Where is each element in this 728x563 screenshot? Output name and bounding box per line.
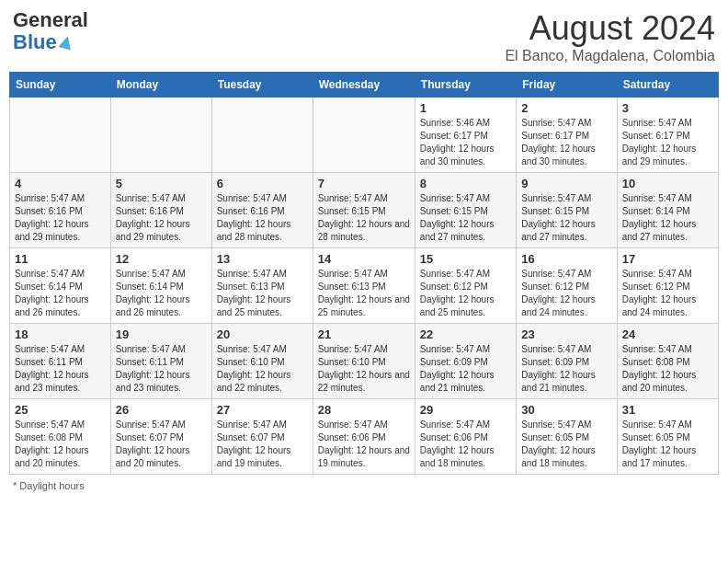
day-number: 16	[521, 252, 611, 266]
day-info: Sunrise: 5:47 AM Sunset: 6:09 PM Dayligh…	[521, 343, 611, 395]
title-area: August 2024 El Banco, Magdalena, Colombi…	[505, 9, 715, 64]
day-info: Sunrise: 5:47 AM Sunset: 6:08 PM Dayligh…	[622, 343, 713, 395]
calendar-table: Sunday Monday Tuesday Wednesday Thursday…	[9, 72, 719, 475]
month-year-title: August 2024	[505, 9, 715, 48]
col-header-tuesday: Tuesday	[211, 73, 313, 98]
header: General Blue August 2024 El Banco, Magda…	[9, 9, 719, 64]
table-row: 7Sunrise: 5:47 AM Sunset: 6:15 PM Daylig…	[313, 173, 415, 248]
logo-blue-text: Blue	[13, 31, 57, 53]
day-info: Sunrise: 5:47 AM Sunset: 6:06 PM Dayligh…	[420, 419, 511, 470]
table-row: 8Sunrise: 5:47 AM Sunset: 6:15 PM Daylig…	[415, 173, 516, 248]
table-row: 14Sunrise: 5:47 AM Sunset: 6:13 PM Dayli…	[313, 248, 415, 324]
day-number: 27	[217, 403, 308, 417]
day-number: 11	[15, 252, 106, 266]
day-number: 31	[622, 403, 713, 417]
logo-triangle-icon	[58, 35, 74, 51]
day-number: 9	[521, 177, 611, 190]
day-info: Sunrise: 5:47 AM Sunset: 6:16 PM Dayligh…	[15, 192, 106, 244]
table-row: 29Sunrise: 5:47 AM Sunset: 6:06 PM Dayli…	[415, 399, 516, 475]
day-number: 14	[318, 252, 410, 266]
day-info: Sunrise: 5:47 AM Sunset: 6:08 PM Dayligh…	[15, 419, 106, 470]
day-info: Sunrise: 5:47 AM Sunset: 6:07 PM Dayligh…	[116, 419, 207, 470]
day-number: 29	[420, 403, 511, 417]
col-header-sunday: Sunday	[10, 73, 111, 98]
table-row: 10Sunrise: 5:47 AM Sunset: 6:14 PM Dayli…	[617, 173, 718, 248]
day-info: Sunrise: 5:47 AM Sunset: 6:14 PM Dayligh…	[116, 268, 207, 319]
table-row	[110, 98, 211, 173]
day-number: 24	[622, 327, 713, 341]
day-number: 19	[116, 327, 207, 341]
day-info: Sunrise: 5:47 AM Sunset: 6:12 PM Dayligh…	[521, 268, 611, 319]
table-row: 11Sunrise: 5:47 AM Sunset: 6:14 PM Dayli…	[10, 248, 111, 324]
day-number: 1	[420, 101, 511, 115]
col-header-wednesday: Wednesday	[313, 73, 415, 98]
table-row: 13Sunrise: 5:47 AM Sunset: 6:13 PM Dayli…	[211, 248, 313, 324]
table-row: 26Sunrise: 5:47 AM Sunset: 6:07 PM Dayli…	[110, 399, 211, 475]
table-row: 30Sunrise: 5:47 AM Sunset: 6:05 PM Dayli…	[517, 399, 617, 475]
table-row: 19Sunrise: 5:47 AM Sunset: 6:11 PM Dayli…	[110, 324, 211, 399]
col-header-monday: Monday	[110, 73, 211, 98]
day-info: Sunrise: 5:47 AM Sunset: 6:13 PM Dayligh…	[318, 268, 410, 319]
day-number: 23	[521, 327, 611, 341]
table-row: 31Sunrise: 5:47 AM Sunset: 6:05 PM Dayli…	[617, 399, 718, 475]
day-info: Sunrise: 5:47 AM Sunset: 6:16 PM Dayligh…	[116, 192, 207, 244]
day-info: Sunrise: 5:47 AM Sunset: 6:15 PM Dayligh…	[318, 192, 410, 244]
day-number: 20	[217, 327, 308, 341]
day-info: Sunrise: 5:47 AM Sunset: 6:10 PM Dayligh…	[318, 343, 410, 395]
table-row: 21Sunrise: 5:47 AM Sunset: 6:10 PM Dayli…	[313, 324, 415, 399]
day-info: Sunrise: 5:46 AM Sunset: 6:17 PM Dayligh…	[420, 117, 511, 168]
day-number: 15	[420, 252, 511, 266]
table-row: 1Sunrise: 5:46 AM Sunset: 6:17 PM Daylig…	[415, 98, 516, 173]
day-number: 13	[217, 252, 308, 266]
table-row	[211, 98, 313, 173]
day-info: Sunrise: 5:47 AM Sunset: 6:05 PM Dayligh…	[622, 419, 713, 470]
logo: General Blue	[13, 9, 88, 53]
table-row: 12Sunrise: 5:47 AM Sunset: 6:14 PM Dayli…	[110, 248, 211, 324]
day-info: Sunrise: 5:47 AM Sunset: 6:13 PM Dayligh…	[217, 268, 308, 319]
table-row: 4Sunrise: 5:47 AM Sunset: 6:16 PM Daylig…	[10, 173, 111, 248]
calendar-week-row: 11Sunrise: 5:47 AM Sunset: 6:14 PM Dayli…	[10, 248, 719, 324]
col-header-saturday: Saturday	[617, 73, 718, 98]
location-subtitle: El Banco, Magdalena, Colombia	[505, 48, 715, 64]
table-row: 5Sunrise: 5:47 AM Sunset: 6:16 PM Daylig…	[110, 173, 211, 248]
day-number: 2	[521, 101, 611, 115]
day-info: Sunrise: 5:47 AM Sunset: 6:10 PM Dayligh…	[217, 343, 308, 395]
day-info: Sunrise: 5:47 AM Sunset: 6:05 PM Dayligh…	[521, 419, 611, 470]
day-info: Sunrise: 5:47 AM Sunset: 6:06 PM Dayligh…	[318, 419, 410, 470]
day-number: 8	[420, 177, 511, 190]
table-row: 17Sunrise: 5:47 AM Sunset: 6:12 PM Dayli…	[617, 248, 718, 324]
footer-note-text: Daylight hours	[19, 480, 84, 491]
table-row: 9Sunrise: 5:47 AM Sunset: 6:15 PM Daylig…	[517, 173, 617, 248]
day-info: Sunrise: 5:47 AM Sunset: 6:12 PM Dayligh…	[420, 268, 511, 319]
table-row: 2Sunrise: 5:47 AM Sunset: 6:17 PM Daylig…	[517, 98, 617, 173]
table-row: 3Sunrise: 5:47 AM Sunset: 6:17 PM Daylig…	[617, 98, 718, 173]
day-info: Sunrise: 5:47 AM Sunset: 6:09 PM Dayligh…	[420, 343, 511, 395]
calendar-week-row: 18Sunrise: 5:47 AM Sunset: 6:11 PM Dayli…	[10, 324, 719, 399]
day-info: Sunrise: 5:47 AM Sunset: 6:11 PM Dayligh…	[116, 343, 207, 395]
day-number: 28	[318, 403, 410, 417]
day-number: 12	[116, 252, 207, 266]
day-info: Sunrise: 5:47 AM Sunset: 6:07 PM Dayligh…	[217, 419, 308, 470]
table-row: 28Sunrise: 5:47 AM Sunset: 6:06 PM Dayli…	[313, 399, 415, 475]
day-number: 7	[318, 177, 410, 190]
day-number: 21	[318, 327, 410, 341]
day-number: 6	[217, 177, 308, 190]
table-row: 23Sunrise: 5:47 AM Sunset: 6:09 PM Dayli…	[517, 324, 617, 399]
table-row: 18Sunrise: 5:47 AM Sunset: 6:11 PM Dayli…	[10, 324, 111, 399]
day-info: Sunrise: 5:47 AM Sunset: 6:11 PM Dayligh…	[15, 343, 106, 395]
day-number: 25	[15, 403, 106, 417]
table-row: 24Sunrise: 5:47 AM Sunset: 6:08 PM Dayli…	[617, 324, 718, 399]
logo-general-text: General	[13, 9, 88, 31]
day-number: 5	[116, 177, 207, 190]
day-number: 22	[420, 327, 511, 341]
calendar-week-row: 1Sunrise: 5:46 AM Sunset: 6:17 PM Daylig…	[10, 98, 719, 173]
day-number: 26	[116, 403, 207, 417]
day-info: Sunrise: 5:47 AM Sunset: 6:16 PM Dayligh…	[217, 192, 308, 244]
day-number: 17	[622, 252, 713, 266]
day-info: Sunrise: 5:47 AM Sunset: 6:14 PM Dayligh…	[15, 268, 106, 319]
table-row: 16Sunrise: 5:47 AM Sunset: 6:12 PM Dayli…	[517, 248, 617, 324]
day-number: 30	[521, 403, 611, 417]
day-info: Sunrise: 5:47 AM Sunset: 6:17 PM Dayligh…	[521, 117, 611, 168]
day-info: Sunrise: 5:47 AM Sunset: 6:17 PM Dayligh…	[622, 117, 713, 168]
table-row	[10, 98, 111, 173]
